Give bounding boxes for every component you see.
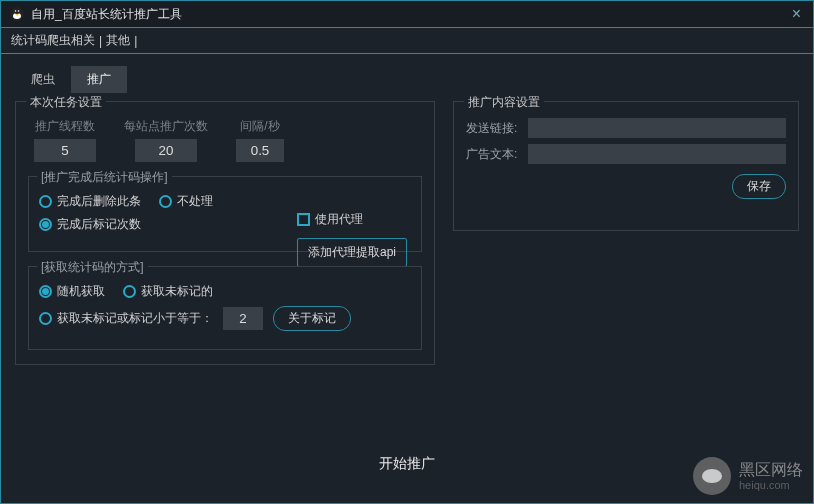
send-link-input[interactable] bbox=[528, 118, 786, 138]
fetch-method-group: [获取统计码的方式] 随机获取 获取未标记的 获取未标记或标记小于等于： 关于标… bbox=[28, 266, 422, 350]
start-promo-button[interactable]: 开始推广 bbox=[379, 455, 435, 473]
title-bar: 自用_百度站长统计推广工具 × bbox=[0, 0, 814, 28]
app-icon bbox=[9, 6, 25, 22]
interval-input[interactable] bbox=[236, 139, 284, 162]
window-title: 自用_百度站长统计推广工具 bbox=[31, 6, 788, 23]
tab-promo[interactable]: 推广 bbox=[71, 66, 127, 93]
interval-label: 间隔/秒 bbox=[240, 118, 279, 135]
close-icon[interactable]: × bbox=[788, 5, 805, 23]
task-settings-legend: 本次任务设置 bbox=[26, 94, 106, 111]
send-link-label: 发送链接: bbox=[466, 120, 522, 137]
promo-content-legend: 推广内容设置 bbox=[464, 94, 544, 111]
menu-separator: | bbox=[134, 34, 137, 48]
watermark-logo-icon bbox=[693, 457, 731, 495]
checkbox-use-proxy[interactable]: 使用代理 bbox=[297, 211, 363, 228]
persite-label: 每站点推广次数 bbox=[124, 118, 208, 135]
threads-input[interactable] bbox=[34, 139, 96, 162]
after-promo-ops-group: [推广完成后统计码操作] 完成后删除此条 不处理 完成后标记次数 使用代理 添加… bbox=[28, 176, 422, 252]
radio-noop[interactable]: 不处理 bbox=[159, 193, 213, 210]
svg-point-3 bbox=[15, 10, 17, 12]
lessthan-value-input[interactable] bbox=[223, 307, 263, 330]
watermark: 黑区网络 heiqu.com bbox=[693, 457, 803, 495]
task-settings-group: 本次任务设置 推广线程数 每站点推广次数 间隔/秒 [推广完成后统计码操作] bbox=[15, 101, 435, 365]
menu-bar: 统计码爬虫相关 | 其他 | bbox=[0, 28, 814, 54]
save-button[interactable]: 保存 bbox=[732, 174, 786, 199]
persite-input[interactable] bbox=[135, 139, 197, 162]
promo-content-group: 推广内容设置 发送链接: 广告文本: 保存 bbox=[453, 101, 799, 231]
tab-strip: 爬虫 推广 bbox=[15, 66, 799, 93]
radio-mark-count[interactable]: 完成后标记次数 bbox=[39, 216, 141, 233]
radio-random-fetch[interactable]: 随机获取 bbox=[39, 283, 105, 300]
radio-lessthan-fetch[interactable]: 获取未标记或标记小于等于： bbox=[39, 310, 213, 327]
fetch-method-legend: [获取统计码的方式] bbox=[37, 259, 148, 276]
ad-text-input[interactable] bbox=[528, 144, 786, 164]
threads-label: 推广线程数 bbox=[35, 118, 95, 135]
menu-separator: | bbox=[99, 34, 102, 48]
about-mark-button[interactable]: 关于标记 bbox=[273, 306, 351, 331]
radio-unmarked-fetch[interactable]: 获取未标记的 bbox=[123, 283, 213, 300]
radio-delete-after[interactable]: 完成后删除此条 bbox=[39, 193, 141, 210]
content-area: 爬虫 推广 本次任务设置 推广线程数 每站点推广次数 间隔/秒 bbox=[0, 54, 814, 504]
watermark-name: 黑区网络 bbox=[739, 461, 803, 479]
ad-text-label: 广告文本: bbox=[466, 146, 522, 163]
add-proxy-api-button[interactable]: 添加代理提取api bbox=[297, 238, 407, 267]
after-promo-ops-legend: [推广完成后统计码操作] bbox=[37, 169, 172, 186]
tab-crawler[interactable]: 爬虫 bbox=[15, 66, 71, 93]
menu-stats-crawler[interactable]: 统计码爬虫相关 bbox=[11, 32, 95, 49]
svg-point-4 bbox=[18, 10, 20, 12]
watermark-url: heiqu.com bbox=[739, 479, 803, 491]
menu-other[interactable]: 其他 bbox=[106, 32, 130, 49]
